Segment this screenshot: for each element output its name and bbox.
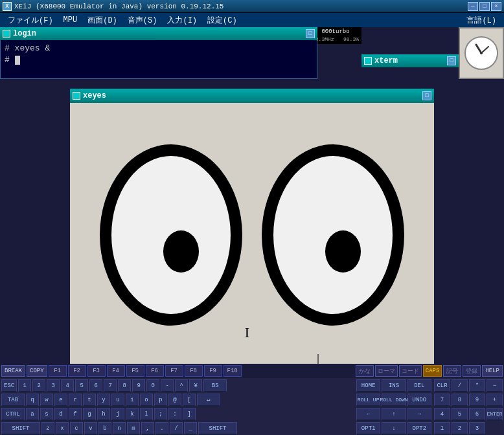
menu-mpu[interactable]: MPU [58, 14, 83, 26]
menu-file[interactable]: ファイル(F) [3, 14, 58, 27]
code-indicator[interactable]: コード [399, 365, 422, 377]
f5-key[interactable]: F5 [126, 365, 144, 377]
backspace-key[interactable]: BS [203, 379, 227, 392]
left-shift-key[interactable]: SHIFT [1, 422, 40, 435]
f4-key[interactable]: F4 [107, 365, 125, 377]
kigo-indicator[interactable]: 記号 [443, 365, 461, 377]
num-clr-key[interactable]: CLR [434, 379, 450, 392]
key-c[interactable]: c [70, 422, 83, 435]
kana-indicator[interactable]: かな [356, 365, 374, 377]
key-y[interactable]: y [97, 394, 110, 407]
key-l[interactable]: l [140, 408, 153, 421]
key-yen[interactable]: ¥ [189, 379, 202, 392]
key-period[interactable]: . [155, 422, 168, 435]
f7-key[interactable]: F7 [165, 365, 183, 377]
ctrl-key[interactable]: CTRL [1, 408, 25, 421]
key-o[interactable]: o [140, 394, 153, 407]
key-g[interactable]: g [83, 408, 96, 421]
key-bracket-open[interactable]: [ [183, 394, 196, 407]
enter-key[interactable]: ↵ [197, 394, 220, 407]
key-n[interactable]: n [113, 422, 126, 435]
caps-indicator[interactable]: CAPS [423, 365, 442, 377]
key-slash[interactable]: / [170, 422, 183, 435]
num-2-key[interactable]: 2 [452, 422, 468, 435]
del-key[interactable]: DEL [407, 379, 431, 392]
xterm-window-close[interactable]: □ [447, 56, 456, 65]
f2-key[interactable]: F2 [68, 365, 86, 377]
menu-language[interactable]: 言語(L) [461, 14, 501, 27]
key-i[interactable]: i [126, 394, 139, 407]
key-semicolon[interactable]: ; [154, 408, 167, 421]
num-9-key[interactable]: 9 [469, 394, 485, 407]
key-j[interactable]: j [111, 408, 124, 421]
key-1[interactable]: 1 [18, 379, 31, 392]
right-shift-key[interactable]: SHIFT [198, 422, 237, 435]
key-w[interactable]: w [40, 394, 53, 407]
num-1-key[interactable]: 1 [434, 422, 450, 435]
key-k[interactable]: k [126, 408, 139, 421]
key-h[interactable]: h [97, 408, 110, 421]
f1-key[interactable]: F1 [49, 365, 67, 377]
key-z[interactable]: z [41, 422, 54, 435]
menu-screen[interactable]: 画面(D) [82, 14, 122, 27]
close-button[interactable]: × [491, 2, 501, 11]
rollup-key[interactable]: ROLL UP [356, 394, 380, 407]
rolldown-key[interactable]: ROLL DOWN [382, 394, 406, 407]
key-t[interactable]: t [83, 394, 96, 407]
opt1-key[interactable]: OPT1 [356, 422, 380, 435]
login-window-close[interactable]: □ [306, 29, 315, 38]
key-at[interactable]: @ [168, 394, 181, 407]
key-f[interactable]: f [69, 408, 82, 421]
key-a[interactable]: a [26, 408, 39, 421]
key-6[interactable]: 6 [89, 379, 102, 392]
key-minus[interactable]: - [161, 379, 174, 392]
key-e[interactable]: e [54, 394, 67, 407]
num-7-key[interactable]: 7 [434, 394, 450, 407]
num-slash-key[interactable]: / [452, 379, 468, 392]
restore-button[interactable]: □ [479, 2, 490, 11]
left-arrow-key[interactable]: ← [356, 408, 380, 421]
menu-sound[interactable]: 音声(S) [122, 14, 163, 27]
key-7[interactable]: 7 [104, 379, 117, 392]
key-3[interactable]: 3 [47, 379, 60, 392]
key-bracket-close[interactable]: ] [183, 408, 196, 421]
copy-key[interactable]: COPY [27, 365, 47, 377]
up-arrow-key[interactable]: ↑ [382, 408, 406, 421]
num-6-key[interactable]: 6 [469, 408, 485, 421]
key-s[interactable]: s [40, 408, 53, 421]
minimize-button[interactable]: — [468, 2, 478, 11]
key-m[interactable]: m [127, 422, 140, 435]
key-b[interactable]: b [98, 422, 111, 435]
esc-key[interactable]: ESC [1, 379, 17, 392]
help-key[interactable]: HELP [482, 365, 503, 377]
ins-key[interactable]: INS [382, 379, 406, 392]
num-8-key[interactable]: 8 [452, 394, 468, 407]
key-8[interactable]: 8 [118, 379, 131, 392]
right-arrow-key[interactable]: → [407, 408, 431, 421]
opt2-key[interactable]: OPT2 [407, 422, 431, 435]
num-enter-top-key[interactable]: ENTER [487, 408, 503, 421]
f10-key[interactable]: F10 [223, 365, 242, 377]
key-q[interactable]: q [26, 394, 39, 407]
home-key[interactable]: HOME [356, 379, 380, 392]
key-2[interactable]: 2 [32, 379, 45, 392]
key-0[interactable]: 0 [146, 379, 159, 392]
num-3-key[interactable]: 3 [469, 422, 485, 435]
break-key[interactable]: BREAK [1, 365, 25, 377]
key-caret[interactable]: ^ [175, 379, 188, 392]
roma-indicator[interactable]: ローマ [375, 365, 398, 377]
num-minus-key[interactable]: − [487, 379, 503, 392]
touroku-indicator[interactable]: 登録 [463, 365, 481, 377]
key-underscore[interactable]: _ [184, 422, 197, 435]
key-r[interactable]: r [69, 394, 82, 407]
key-5[interactable]: 5 [75, 379, 88, 392]
f8-key[interactable]: F8 [185, 365, 203, 377]
key-4[interactable]: 4 [61, 379, 74, 392]
key-v[interactable]: v [84, 422, 97, 435]
key-colon[interactable]: : [168, 408, 181, 421]
undo-key[interactable]: UNDO [407, 394, 431, 407]
num-5-key[interactable]: 5 [452, 408, 468, 421]
num-plus-key[interactable]: + [487, 394, 503, 407]
menu-input[interactable]: 入力(I) [162, 14, 202, 27]
down-arrow-key[interactable]: ↓ [382, 422, 406, 435]
